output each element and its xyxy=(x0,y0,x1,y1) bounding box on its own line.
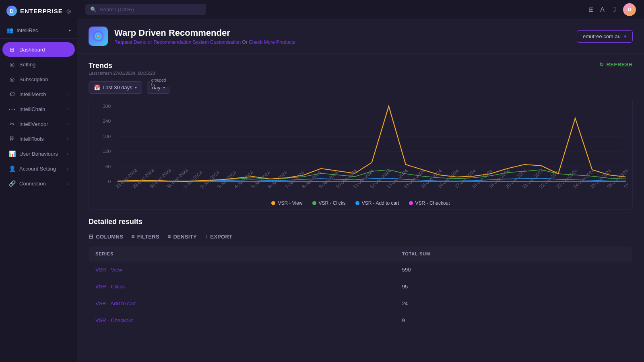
calendar-icon: 📅 xyxy=(94,84,100,90)
filters-label: FILTERS xyxy=(137,234,159,240)
table-row: VSR - Checkout 9 xyxy=(89,312,633,329)
user-behaviours-icon: 📊 xyxy=(9,150,15,157)
sidebar-item-connection[interactable]: 🔗 Connection › xyxy=(2,176,75,191)
chart-controls: 📅 Last 30 days ▾ grouped by day ▾ xyxy=(89,81,633,94)
refresh-icon: ↻ xyxy=(599,62,604,68)
legend-dot-checkout xyxy=(409,201,413,205)
trends-section: Trends Last refresh 27/01/2024, 00:35:23… xyxy=(77,53,644,218)
sidebar-item-label: Connection xyxy=(19,181,46,187)
density-label: DENSITY xyxy=(173,234,196,240)
total-sum-cell: 95 xyxy=(396,278,633,295)
svg-text:300: 300 xyxy=(103,104,111,109)
total-sum-cell: 590 xyxy=(396,261,633,278)
target-icon[interactable]: ◎ xyxy=(66,8,71,14)
sidebar-item-label: Subscription xyxy=(19,76,48,82)
sidebar-item-intellivendor[interactable]: ✂ IntelliVendor › xyxy=(2,117,75,131)
content: Warp Driven Recommender Request Demo or … xyxy=(77,19,644,362)
series-cell: VSR - Clicks xyxy=(89,278,396,295)
sidebar-item-intellichain[interactable]: ⋯ IntelliChain › xyxy=(2,102,75,116)
svg-text:0: 0 xyxy=(108,179,111,184)
moon-icon[interactable]: ☽ xyxy=(611,6,617,13)
legend-vsr-checkout: VSR - Checkout xyxy=(409,200,450,206)
table-row: VSR - View 590 xyxy=(89,261,633,278)
svg-text:240: 240 xyxy=(103,119,111,123)
svg-point-2 xyxy=(97,35,99,37)
plugin-subtitle: Request Demo or Recommendation System Cu… xyxy=(114,39,295,45)
chart-legend: VSR - View VSR - Clicks VSR - Add to car… xyxy=(93,195,628,209)
legend-label-view: VSR - View xyxy=(278,200,302,206)
account-setting-chevron-icon: › xyxy=(67,167,68,171)
vsr-clicks-link[interactable]: VSR - Clicks xyxy=(95,284,125,290)
sidebar-item-subscription[interactable]: ◎ Subscription xyxy=(2,72,75,86)
plugin-header: Warp Driven Recommender Request Demo or … xyxy=(77,19,644,53)
intellimerch-chevron-icon: › xyxy=(67,92,68,97)
columns-button[interactable]: ⊟ COLUMNS xyxy=(89,233,123,240)
intellitools-chevron-icon: › xyxy=(67,137,68,141)
density-button[interactable]: ≡ DENSITY xyxy=(167,233,197,240)
avatar[interactable]: U xyxy=(623,3,636,16)
sidebar-item-intellitools[interactable]: 🗄 IntelliTools › xyxy=(2,132,75,146)
domain-chevron-icon: ▾ xyxy=(624,33,627,39)
vsr-add-to-cart-link[interactable]: VSR - Add to cart xyxy=(95,300,136,306)
columns-label: COLUMNS xyxy=(96,234,123,240)
table-row: VSR - Clicks 95 xyxy=(89,278,633,295)
request-demo-link[interactable]: Request Demo or Recommendation System Cu… xyxy=(114,39,241,45)
sidebar-item-intellimerch[interactable]: 🏷 IntelliMerch › xyxy=(2,87,75,101)
app-logo: D xyxy=(6,6,17,16)
sidebar-item-user-behaviours[interactable]: 📊 User Behaviours › xyxy=(2,146,75,161)
sidebar-item-setting[interactable]: ◎ Setting xyxy=(2,57,75,72)
setting-icon: ◎ xyxy=(9,61,15,68)
sidebar-nav: ⊞ Dashboard ◎ Setting ◎ Subscription 🏷 I… xyxy=(0,39,77,362)
trends-chart: .grid-line { stroke: #2a2540; stroke-wid… xyxy=(93,102,628,195)
series-cell: VSR - View xyxy=(89,261,396,278)
intellimerch-icon: 🏷 xyxy=(9,91,15,97)
check-products-link[interactable]: Check More Products xyxy=(249,39,295,45)
refresh-button[interactable]: ↻ REFRESH xyxy=(599,62,633,68)
col-total-sum: TOTAL SUM xyxy=(396,247,633,261)
users-icon: 👥 xyxy=(6,27,13,33)
sidebar-item-account-setting[interactable]: 👤 Account Setting › xyxy=(2,161,75,176)
legend-dot-clicks xyxy=(312,201,316,205)
sidebar-item-label: IntelliTools xyxy=(19,136,44,142)
date-range-label: Last 30 days xyxy=(103,84,132,90)
search-bar[interactable]: 🔍 Search (Ctrl+/) xyxy=(85,4,206,15)
search-placeholder: Search (Ctrl+/) xyxy=(100,6,134,12)
svg-text:60: 60 xyxy=(105,164,111,169)
chart-area: .grid-line { stroke: #2a2540; stroke-wid… xyxy=(93,102,628,195)
org-name: IntelliRec xyxy=(17,27,38,33)
density-icon: ≡ xyxy=(167,233,171,240)
main: 🔍 Search (Ctrl+/) ⊞ A ☽ U Warp Driven xyxy=(77,0,644,362)
results-table: SERIES TOTAL SUM VSR - View 590 VSR - Cl… xyxy=(89,246,633,329)
date-range-button[interactable]: 📅 Last 30 days ▾ xyxy=(89,81,142,94)
legend-label-checkout: VSR - Checkout xyxy=(415,200,450,206)
domain-name: emutree.com.au xyxy=(583,33,621,39)
intellivendor-icon: ✂ xyxy=(9,121,15,127)
date-range-chevron-icon: ▾ xyxy=(135,85,137,90)
grid-icon[interactable]: ⊞ xyxy=(588,6,594,13)
grouped-by-filter: grouped by day ▾ xyxy=(147,81,170,94)
app-title: ENTERPRISE xyxy=(20,8,63,14)
export-icon: ↑ xyxy=(205,233,208,240)
sidebar-item-dashboard[interactable]: ⊞ Dashboard xyxy=(2,42,75,57)
export-button[interactable]: ↑ EXPORT xyxy=(205,233,233,240)
detailed-section: Detailed results ⊟ COLUMNS ≡ FILTERS ≡ D… xyxy=(77,218,644,340)
vsr-view-link[interactable]: VSR - View xyxy=(95,267,122,273)
detailed-title: Detailed results xyxy=(89,218,633,226)
org-selector[interactable]: 👥 IntelliRec ▾ xyxy=(0,22,77,39)
org-chevron-icon: ▾ xyxy=(69,28,71,33)
legend-dot-add-to-cart xyxy=(355,201,359,205)
translate-icon[interactable]: A xyxy=(600,6,605,13)
filters-button[interactable]: ≡ FILTERS xyxy=(131,233,159,240)
sidebar: D ENTERPRISE ◎ 👥 IntelliRec ▾ ⊞ Dashboar… xyxy=(0,0,77,362)
legend-vsr-clicks: VSR - Clicks xyxy=(312,200,346,206)
vsr-checkout-link[interactable]: VSR - Checkout xyxy=(95,317,133,323)
plugin-header-right: emutree.com.au ▾ xyxy=(577,30,633,43)
search-icon: 🔍 xyxy=(90,6,97,12)
filters-icon: ≡ xyxy=(131,233,134,240)
chart-wrapper: .grid-line { stroke: #2a2540; stroke-wid… xyxy=(89,98,633,210)
topbar-actions: ⊞ A ☽ U xyxy=(588,3,636,16)
total-sum-cell: 9 xyxy=(396,312,633,329)
trends-subtitle: Last refresh 27/01/2024, 00:35:23 xyxy=(89,71,155,76)
domain-selector[interactable]: emutree.com.au ▾ xyxy=(577,30,633,43)
legend-label-clicks: VSR - Clicks xyxy=(319,200,346,206)
